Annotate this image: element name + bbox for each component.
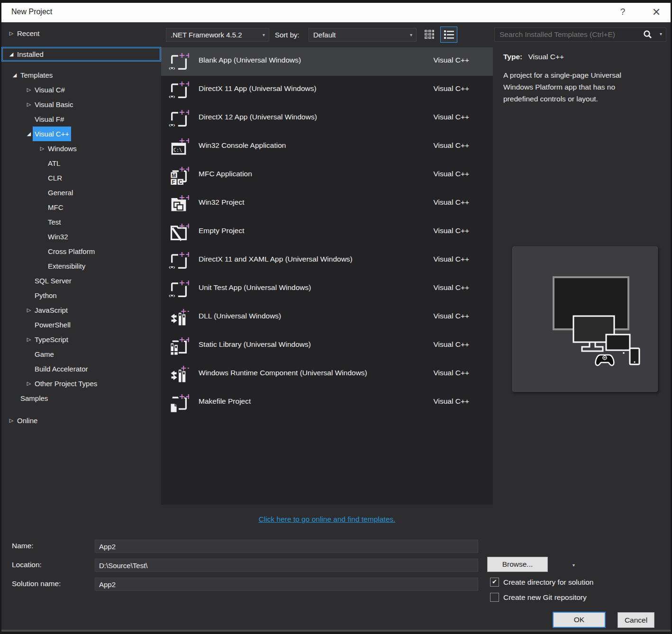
tree-item-templates[interactable]: ◢Templates: [1, 68, 161, 82]
tree-item-sql-server[interactable]: SQL Server: [1, 273, 161, 288]
tree-item-windows[interactable]: ▷Windows: [1, 141, 161, 156]
framework-dropdown-value: .NET Framework 4.5.2: [171, 31, 242, 39]
tree-item-label: Test: [48, 215, 61, 229]
svg-text:C:\: C:\: [173, 147, 182, 153]
solution-name-field[interactable]: [95, 578, 478, 591]
tree-collapsed-icon[interactable]: ▷: [8, 26, 15, 41]
tree-item-javascript[interactable]: ▷JavaScript: [1, 303, 161, 317]
template-row-directx-12-app-universal-windows[interactable]: ++ ‹▪›DirectX 12 App (Universal Windows)…: [161, 104, 493, 133]
tree-expanded-icon[interactable]: ◢: [26, 127, 32, 141]
template-name: DirectX 11 App (Universal Windows): [199, 84, 317, 93]
tree-collapsed-icon[interactable]: ▷: [26, 82, 32, 97]
sort-dropdown[interactable]: Default ▾: [309, 28, 417, 42]
tree-item-win32[interactable]: Win32: [1, 229, 161, 244]
template-row-directx-11-app-universal-windows[interactable]: ++ ‹▪›DirectX 11 App (Universal Windows)…: [161, 76, 493, 104]
tree-item-other-project-types[interactable]: ▷Other Project Types: [1, 376, 161, 391]
close-icon[interactable]: ✕: [648, 6, 665, 19]
ok-button[interactable]: OK: [553, 612, 606, 628]
checkbox-icon[interactable]: [490, 593, 499, 602]
tree-item-test[interactable]: Test: [1, 215, 161, 229]
template-row-windows-runtime-component-universal-windows[interactable]: ++Windows Runtime Component (Universal W…: [161, 360, 493, 389]
tree-item-label: Visual F#: [35, 112, 64, 127]
template-name: MFC Application: [199, 170, 252, 178]
help-icon[interactable]: ?: [615, 7, 630, 19]
tree-collapsed-icon[interactable]: ▷: [26, 97, 32, 112]
thumbnail-view-icon[interactable]: [423, 28, 436, 41]
template-row-static-library-universal-windows[interactable]: ++Static Library (Universal Windows)Visu…: [161, 332, 493, 360]
tree-item-mfc[interactable]: MFC: [1, 200, 161, 215]
tree-item-online[interactable]: ▷Online: [1, 413, 161, 428]
tree-item-clr[interactable]: CLR: [1, 171, 161, 185]
checkbox-label: Create directory for solution: [503, 578, 593, 586]
svg-text:++: ++: [179, 392, 189, 401]
location-field[interactable]: [95, 559, 478, 572]
tree-collapsed-icon[interactable]: ▷: [26, 376, 32, 391]
tree-item-general[interactable]: General: [1, 185, 161, 200]
checkbox-icon[interactable]: ✔: [490, 578, 499, 587]
template-row-makefile-project[interactable]: ++Makefile ProjectVisual C++: [161, 389, 493, 417]
template-platform: Visual C++: [433, 198, 469, 207]
svg-text:++: ++: [179, 222, 189, 230]
create-directory-checkbox[interactable]: ✔Create directory for solution: [490, 578, 593, 588]
template-row-dll-universal-windows[interactable]: ++DLL (Universal Windows)Visual C++: [161, 303, 493, 332]
dialog-content: ▷Recent◢Installed◢Templates▷Visual C#▷Vi…: [1, 22, 671, 632]
tree-item-powershell[interactable]: PowerShell: [1, 317, 161, 332]
chevron-down-icon: ▾: [410, 28, 412, 41]
svg-text:++: ++: [179, 80, 189, 88]
tree-item-python[interactable]: Python: [1, 288, 161, 303]
tree-item-visual-basic[interactable]: ▷Visual Basic: [1, 97, 161, 112]
list-view-icon[interactable]: [440, 27, 457, 43]
tree-item-recent[interactable]: ▷Recent: [1, 26, 161, 41]
template-row-directx-11-and-xaml-app-universal-windows[interactable]: ++ ‹▪›DirectX 11 and XAML App (Universal…: [161, 246, 493, 275]
tree-item-label: Recent: [17, 26, 40, 41]
tree-collapsed-icon[interactable]: ▷: [39, 141, 45, 156]
tree-expanded-icon[interactable]: ◢: [8, 47, 15, 62]
svg-text:++: ++: [180, 307, 189, 316]
template-name: DLL (Universal Windows): [199, 312, 281, 320]
tree-collapsed-icon[interactable]: ▷: [26, 303, 32, 317]
chevron-down-icon: ▾: [263, 28, 265, 41]
template-row-win32-project[interactable]: ++Win32 ProjectVisual C++: [161, 190, 493, 218]
svg-text:F: F: [172, 179, 175, 185]
tree-item-game[interactable]: Game: [1, 347, 161, 362]
new-project-dialog: New Project ? ✕ ▷Recent◢Installed◢Templa…: [0, 0, 672, 634]
svg-text:++: ++: [179, 335, 189, 344]
template-description: A project for a single-page Universal Wi…: [503, 69, 645, 105]
title-bar: New Project ? ✕: [1, 3, 671, 22]
tree-item-label: Visual Basic: [35, 97, 73, 112]
template-platform: Visual C++: [433, 84, 469, 93]
template-row-empty-project[interactable]: ++Empty ProjectVisual C++: [161, 218, 493, 246]
tree-item-visual-c[interactable]: ◢Visual C++: [1, 127, 161, 141]
tree-item-visual-f[interactable]: Visual F#: [1, 112, 161, 127]
name-field[interactable]: [95, 540, 478, 553]
template-row-unit-test-app-universal-windows[interactable]: ++ ‹▪›Unit Test App (Universal Windows)V…: [161, 275, 493, 303]
template-platform: Visual C++: [433, 255, 469, 263]
tree-item-label: MFC: [48, 200, 64, 215]
tree-item-label: SQL Server: [35, 273, 72, 288]
template-row-mfc-application[interactable]: M F C ++MFC ApplicationVisual C++: [161, 161, 493, 190]
template-platform: Visual C++: [433, 113, 469, 121]
online-templates-link[interactable]: Click here to go online and find templat…: [259, 515, 396, 523]
chevron-down-icon[interactable]: ▾: [572, 562, 575, 568]
cancel-button[interactable]: Cancel: [618, 612, 654, 628]
tree-item-typescript[interactable]: ▷TypeScript: [1, 332, 161, 347]
tree-collapsed-icon[interactable]: ▷: [26, 332, 32, 347]
tree-collapsed-icon[interactable]: ▷: [8, 413, 15, 428]
tree-item-cross-platform[interactable]: Cross Platform: [1, 244, 161, 259]
tree-item-label: Windows: [48, 141, 77, 156]
tree-item-atl[interactable]: ATL: [1, 156, 161, 171]
tree-item-label: Templates: [20, 68, 53, 82]
template-row-win32-console-application[interactable]: C:\ ++Win32 Console ApplicationVisual C+…: [161, 133, 493, 161]
create-git-repo-checkbox[interactable]: Create new Git repository: [490, 593, 587, 603]
tree-item-installed[interactable]: ◢Installed: [1, 47, 161, 62]
template-name: Windows Runtime Component (Universal Win…: [199, 369, 367, 377]
tree-item-visual-c[interactable]: ▷Visual C#: [1, 82, 161, 97]
template-row-blank-app-universal-windows[interactable]: ++ ‹▪›Blank App (Universal Windows)Visua…: [161, 47, 493, 76]
tree-item-build-accelerator[interactable]: Build Accelerator: [1, 362, 161, 376]
sort-by-label: Sort by:: [275, 31, 300, 39]
tree-item-extensibility[interactable]: Extensibility: [1, 259, 161, 273]
tree-item-samples[interactable]: Samples: [1, 391, 161, 406]
browse-button[interactable]: Browse...: [487, 557, 548, 572]
tree-expanded-icon[interactable]: ◢: [11, 68, 18, 82]
framework-dropdown[interactable]: .NET Framework 4.5.2 ▾: [166, 28, 269, 42]
